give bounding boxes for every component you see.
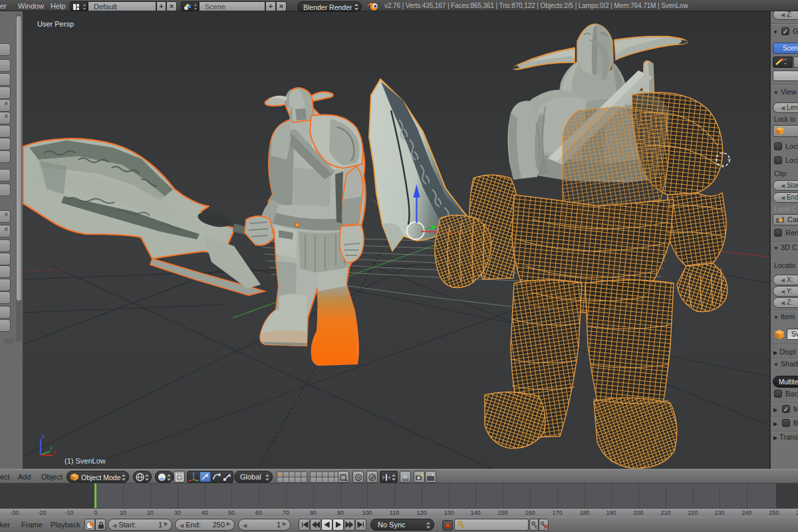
svg-text:x: x xyxy=(53,449,57,456)
svg-text:(1) SvenLow: (1) SvenLow xyxy=(65,457,106,465)
svg-text:User Persp: User Persp xyxy=(37,20,74,28)
svg-text:z: z xyxy=(42,433,45,440)
